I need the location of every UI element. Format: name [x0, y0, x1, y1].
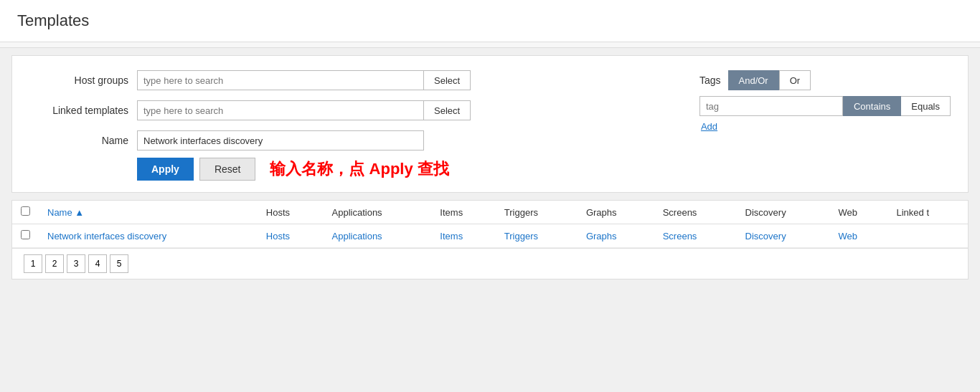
- page-btn-5[interactable]: 5: [110, 254, 128, 273]
- templates-table: Name ▲ Hosts Applications Items Triggers…: [12, 201, 968, 248]
- hosts-link[interactable]: Hosts: [266, 231, 290, 242]
- apply-button[interactable]: Apply: [137, 158, 194, 181]
- col-web: Web: [830, 201, 888, 224]
- col-triggers: Triggers: [496, 201, 578, 224]
- tags-toggle-row: Tags And/Or Or: [699, 70, 951, 90]
- page-btn-2[interactable]: 2: [45, 254, 64, 273]
- host-groups-row: Host groups Select: [29, 70, 678, 90]
- screens-link[interactable]: Screens: [663, 231, 697, 242]
- col-hosts: Hosts: [258, 201, 324, 224]
- action-row: Apply Reset 输入名称，点 Apply 查找: [29, 158, 951, 181]
- page-header: Templates: [0, 0, 980, 42]
- col-items: Items: [431, 201, 495, 224]
- row-discovery: Discovery: [737, 224, 830, 248]
- annotation-text: 输入名称，点 Apply 查找: [270, 158, 448, 180]
- name-input[interactable]: [137, 130, 424, 150]
- col-name-label: Name ▲: [47, 207, 84, 218]
- row-graphs: Graphs: [578, 224, 654, 248]
- col-discovery: Discovery: [737, 201, 830, 224]
- table-row: Network interfaces discovery Hosts Appli…: [12, 224, 968, 248]
- col-name[interactable]: Name ▲: [39, 201, 258, 224]
- linked-templates-row: Linked templates Select: [29, 100, 678, 120]
- reset-button[interactable]: Reset: [199, 158, 256, 181]
- filter-panel: Host groups Select Linked templates Sele…: [11, 55, 969, 193]
- graphs-link[interactable]: Graphs: [586, 231, 617, 242]
- page-btn-1[interactable]: 1: [24, 254, 42, 273]
- col-linked: Linked t: [887, 201, 968, 224]
- web-link[interactable]: Web: [839, 231, 858, 242]
- row-linked: [887, 224, 968, 248]
- or-toggle[interactable]: Or: [779, 70, 811, 90]
- items-link[interactable]: Items: [440, 231, 463, 242]
- triggers-link[interactable]: Triggers: [504, 231, 538, 242]
- row-triggers: Triggers: [496, 224, 578, 248]
- tags-label: Tags: [699, 75, 721, 86]
- header-checkbox-cell: [12, 201, 39, 224]
- top-bar: [0, 42, 980, 48]
- host-groups-input[interactable]: [137, 70, 424, 90]
- discovery-link[interactable]: Discovery: [745, 231, 786, 242]
- add-link[interactable]: Add: [701, 121, 717, 132]
- tag-input-row: Contains Equals: [699, 96, 951, 116]
- col-applications: Applications: [324, 201, 432, 224]
- row-applications: Applications: [324, 224, 432, 248]
- table-header-row: Name ▲ Hosts Applications Items Triggers…: [12, 201, 968, 224]
- name-label: Name: [29, 135, 137, 146]
- linked-templates-select-button[interactable]: Select: [424, 100, 471, 120]
- row-checkbox-cell: [12, 224, 39, 248]
- linked-templates-label: Linked templates: [29, 105, 137, 116]
- filter-main: Host groups Select Linked templates Sele…: [29, 70, 951, 150]
- tag-input[interactable]: [699, 96, 843, 116]
- andor-toggle[interactable]: And/Or: [728, 70, 779, 90]
- row-checkbox[interactable]: [21, 230, 30, 239]
- filter-left: Host groups Select Linked templates Sele…: [29, 70, 678, 150]
- contains-button[interactable]: Contains: [843, 96, 901, 116]
- col-screens: Screens: [654, 201, 737, 224]
- row-hosts: Hosts: [258, 224, 324, 248]
- equals-button[interactable]: Equals: [901, 96, 951, 116]
- page-btn-4[interactable]: 4: [88, 254, 107, 273]
- host-groups-label: Host groups: [29, 75, 137, 86]
- linked-templates-input[interactable]: [137, 100, 424, 120]
- pagination: 1 2 3 4 5: [12, 248, 968, 279]
- host-groups-select-button[interactable]: Select: [424, 70, 471, 90]
- row-name: Network interfaces discovery: [39, 224, 258, 248]
- applications-link[interactable]: Applications: [332, 231, 382, 242]
- template-name-link[interactable]: Network interfaces discovery: [47, 231, 166, 242]
- col-graphs: Graphs: [578, 201, 654, 224]
- page-btn-3[interactable]: 3: [67, 254, 85, 273]
- row-items: Items: [431, 224, 495, 248]
- tags-section: Tags And/Or Or Contains Equals Add: [699, 70, 951, 132]
- select-all-checkbox[interactable]: [21, 206, 30, 216]
- row-screens: Screens: [654, 224, 737, 248]
- row-web: Web: [830, 224, 888, 248]
- page-title: Templates: [17, 11, 963, 30]
- table-container: Name ▲ Hosts Applications Items Triggers…: [11, 200, 969, 279]
- name-row: Name: [29, 130, 678, 150]
- add-row: Add: [699, 120, 951, 132]
